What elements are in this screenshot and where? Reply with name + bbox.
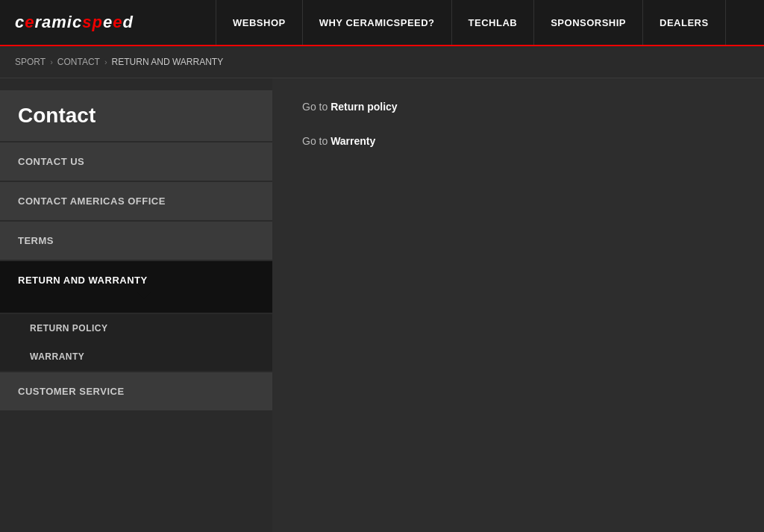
logo[interactable]: ceramicspeed (0, 0, 216, 45)
content-area: Go to Return policy Go to Warrenty (272, 78, 764, 532)
warranty-prefix: Go to (302, 135, 331, 147)
sidebar: Contact CONTACT US CONTACT AMERICAS OFFI… (0, 78, 272, 532)
nav-why[interactable]: WHY CERAMICSPEED? (303, 0, 452, 45)
sidebar-title: Contact (18, 104, 96, 127)
breadcrumb-sep-2: › (104, 57, 107, 66)
breadcrumb-sport[interactable]: SPORT (15, 57, 46, 67)
sidebar-item-terms[interactable]: TERMS (0, 222, 272, 260)
nav-sponsorship[interactable]: SPONSORSHIP (534, 0, 643, 45)
sidebar-item-return-warranty[interactable]: RETURN AND WARRANTY (0, 261, 272, 313)
sidebar-item-contact-us[interactable]: CONTACT US (0, 143, 272, 181)
sidebar-sub-warranty[interactable]: WARRANTY (0, 342, 272, 371)
breadcrumb-contact[interactable]: CONTACT (57, 57, 100, 67)
breadcrumb: SPORT › CONTACT › RETURN AND WARRANTY (0, 46, 764, 78)
return-policy-prefix: Go to (302, 101, 331, 113)
return-policy-link[interactable]: Return policy (331, 101, 397, 113)
sidebar-header: Contact (0, 90, 272, 141)
sidebar-item-contact-americas[interactable]: CONTACT AMERICAS OFFICE (0, 182, 272, 220)
breadcrumb-sep-1: › (50, 57, 53, 66)
nav-dealers[interactable]: DEALERS (643, 0, 726, 45)
sidebar-sub-return-policy[interactable]: RETURN POLICY (0, 314, 272, 342)
nav-webshop[interactable]: WEBSHOP (216, 0, 303, 45)
nav-items: WEBSHOP WHY CERAMICSPEED? TECHLAB SPONSO… (216, 0, 726, 45)
warranty-link[interactable]: Warrenty (331, 135, 375, 147)
sidebar-item-customer-service[interactable]: CUSTOMER SERVICE (0, 372, 272, 410)
warranty-row: Go to Warrenty (302, 135, 734, 147)
breadcrumb-current: RETURN AND WARRANTY (112, 57, 224, 67)
brand-logo: ceramicspeed (15, 13, 134, 32)
sidebar-sub-items: RETURN POLICY WARRANTY (0, 314, 272, 371)
top-navigation: ceramicspeed WEBSHOP WHY CERAMICSPEED? T… (0, 0, 764, 46)
nav-techlab[interactable]: TECHLAB (452, 0, 535, 45)
main-layout: Contact CONTACT US CONTACT AMERICAS OFFI… (0, 78, 764, 532)
return-policy-row: Go to Return policy (302, 101, 734, 113)
